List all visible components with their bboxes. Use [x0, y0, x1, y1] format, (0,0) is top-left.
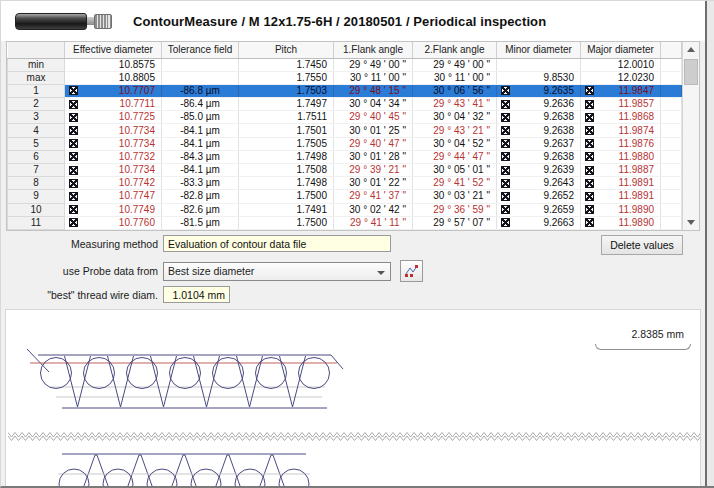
row-number[interactable]: 5 [8, 137, 65, 150]
effective-diameter-cell[interactable]: 10.7707 [65, 84, 162, 97]
table-row[interactable]: 910.7747-82.8 µm1.750029 ° 41 ' 37 "30 °… [8, 190, 682, 203]
pitch-cell[interactable]: 1.7498 [239, 150, 334, 163]
flank-angle-1-cell[interactable]: 29 ° 41 ' 37 " [334, 190, 413, 203]
flank-angle-2-cell[interactable]: 30 ° 04 ' 52 " [413, 137, 497, 150]
table-row[interactable]: 510.7734-84.1 µm1.750529 ° 40 ' 47 "30 °… [8, 137, 682, 150]
value-checkbox[interactable] [69, 100, 78, 109]
row-number[interactable]: 10 [8, 203, 65, 216]
minor-diameter-cell[interactable]: 9.8530 [497, 71, 581, 84]
major-diameter-cell[interactable]: 11.9880 [581, 150, 661, 163]
row-number[interactable]: 1 [8, 84, 65, 97]
minor-diameter-cell[interactable]: 9.2643 [497, 177, 581, 190]
table-row[interactable]: 1010.7749-82.6 µm1.749130 ° 02 ' 42 "29 … [8, 203, 682, 216]
value-checkbox[interactable] [69, 126, 78, 135]
major-diameter-cell[interactable]: 11.9890 [581, 216, 661, 229]
effective-diameter-cell[interactable]: 10.7742 [65, 177, 162, 190]
pitch-cell[interactable]: 1.7550 [239, 71, 334, 84]
flank-angle-2-cell[interactable]: 29 ° 41 ' 52 " [413, 177, 497, 190]
value-checkbox[interactable] [585, 179, 594, 188]
flank-angle-2-cell[interactable]: 30 ° 11 ' 00 " [413, 71, 497, 84]
value-checkbox[interactable] [501, 166, 510, 175]
value-checkbox[interactable] [501, 100, 510, 109]
tolerance-field-cell[interactable]: -82.8 µm [162, 190, 239, 203]
effective-diameter-cell[interactable]: 10.7734 [65, 137, 162, 150]
value-checkbox[interactable] [585, 113, 594, 122]
limit-row[interactable]: min10.85751.745029 ° 49 ' 00 "29 ° 49 ' … [8, 58, 682, 71]
value-checkbox[interactable] [585, 86, 594, 95]
minor-diameter-cell[interactable] [497, 58, 581, 71]
tolerance-field-cell[interactable]: -84.1 µm [162, 137, 239, 150]
pitch-cell[interactable]: 1.7500 [239, 216, 334, 229]
value-checkbox[interactable] [69, 218, 78, 227]
flank-angle-2-cell[interactable]: 30 ° 05 ' 01 " [413, 164, 497, 177]
major-diameter-cell[interactable]: 11.9857 [581, 98, 661, 111]
flank-angle-2-cell[interactable]: 29 ° 43 ' 41 " [413, 98, 497, 111]
pitch-cell[interactable]: 1.7450 [239, 58, 334, 71]
flank-angle-2-cell[interactable]: 30 ° 04 ' 32 " [413, 111, 497, 124]
minor-diameter-cell[interactable]: 9.2663 [497, 216, 581, 229]
flank-angle-1-cell[interactable]: 30 ° 04 ' 34 " [334, 98, 413, 111]
effective-diameter-cell[interactable]: 10.7734 [65, 124, 162, 137]
value-checkbox[interactable] [69, 192, 78, 201]
value-checkbox[interactable] [585, 166, 594, 175]
flank-angle-2-cell[interactable]: 29 ° 49 ' 00 " [413, 58, 497, 71]
major-diameter-cell[interactable]: 11.9890 [581, 203, 661, 216]
tolerance-field-cell[interactable]: -82.6 µm [162, 203, 239, 216]
value-checkbox[interactable] [69, 113, 78, 122]
value-checkbox[interactable] [69, 139, 78, 148]
effective-diameter-cell[interactable]: 10.7760 [65, 216, 162, 229]
table-scrollbar[interactable] [682, 42, 699, 230]
flank-angle-2-cell[interactable]: 29 ° 57 ' 07 " [413, 216, 497, 229]
table-row[interactable]: 710.7734-84.1 µm1.750829 ° 39 ' 21 "30 °… [8, 164, 682, 177]
flank-angle-1-cell[interactable]: 29 ° 40 ' 47 " [334, 137, 413, 150]
flank-angle-1-cell[interactable]: 30 ° 02 ' 42 " [334, 203, 413, 216]
tolerance-field-cell[interactable]: -85.0 µm [162, 111, 239, 124]
effective-diameter-cell[interactable]: 10.7725 [65, 111, 162, 124]
tolerance-field-cell[interactable] [162, 58, 239, 71]
flank-angle-1-cell[interactable]: 30 ° 01 ' 25 " [334, 124, 413, 137]
flank-angle-1-cell[interactable]: 30 ° 01 ' 22 " [334, 177, 413, 190]
tolerance-field-cell[interactable] [162, 71, 239, 84]
flank-angle-1-cell[interactable]: 29 ° 49 ' 00 " [334, 58, 413, 71]
value-checkbox[interactable] [585, 218, 594, 227]
value-checkbox[interactable] [501, 152, 510, 161]
minor-diameter-cell[interactable]: 9.2659 [497, 203, 581, 216]
value-checkbox[interactable] [501, 192, 510, 201]
row-number[interactable]: 7 [8, 164, 65, 177]
flank-angle-1-cell[interactable]: 29 ° 41 ' 11 " [334, 216, 413, 229]
flank-angle-2-cell[interactable]: 29 ° 43 ' 21 " [413, 124, 497, 137]
tolerance-field-cell[interactable]: -84.1 µm [162, 164, 239, 177]
flank-angle-1-cell[interactable]: 29 ° 48 ' 15 " [334, 84, 413, 97]
tolerance-field-cell[interactable]: -81.5 µm [162, 216, 239, 229]
table-row[interactable]: 1110.7760-81.5 µm1.750029 ° 41 ' 11 "29 … [8, 216, 682, 229]
row-number[interactable]: 8 [8, 177, 65, 190]
pitch-cell[interactable]: 1.7505 [239, 137, 334, 150]
row-number[interactable]: 3 [8, 111, 65, 124]
row-number[interactable]: min [8, 58, 65, 71]
pitch-cell[interactable]: 1.7501 [239, 124, 334, 137]
value-checkbox[interactable] [585, 139, 594, 148]
pitch-cell[interactable]: 1.7508 [239, 164, 334, 177]
row-number[interactable]: max [8, 71, 65, 84]
flank-angle-1-cell[interactable]: 29 ° 39 ' 21 " [334, 164, 413, 177]
wire-diameter-input[interactable]: 1.0104 mm [163, 286, 230, 303]
effective-diameter-cell[interactable]: 10.8575 [65, 58, 162, 71]
major-diameter-cell[interactable]: 11.9891 [581, 190, 661, 203]
table-row[interactable]: 110.7707-86.8 µm1.750329 ° 48 ' 15 "30 °… [8, 84, 682, 97]
minor-diameter-cell[interactable]: 9.2638 [497, 150, 581, 163]
minor-diameter-cell[interactable]: 9.2639 [497, 164, 581, 177]
limit-row[interactable]: max10.88051.755030 ° 11 ' 00 "30 ° 11 ' … [8, 71, 682, 84]
table-row[interactable]: 310.7725-85.0 µm1.751129 ° 40 ' 45 "30 °… [8, 111, 682, 124]
value-checkbox[interactable] [501, 218, 510, 227]
table-row[interactable]: 610.7732-84.3 µm1.749830 ° 01 ' 28 "29 °… [8, 150, 682, 163]
minor-diameter-cell[interactable]: 9.2638 [497, 124, 581, 137]
scrollbar-thumb[interactable] [684, 59, 698, 85]
value-checkbox[interactable] [585, 205, 594, 214]
flank-angle-2-cell[interactable]: 29 ° 36 ' 59 " [413, 203, 497, 216]
major-diameter-cell[interactable]: 11.9891 [581, 177, 661, 190]
effective-diameter-cell[interactable]: 10.7747 [65, 190, 162, 203]
row-number[interactable]: 6 [8, 150, 65, 163]
row-number[interactable]: 11 [8, 216, 65, 229]
pitch-cell[interactable]: 1.7503 [239, 84, 334, 97]
effective-diameter-cell[interactable]: 10.7749 [65, 203, 162, 216]
